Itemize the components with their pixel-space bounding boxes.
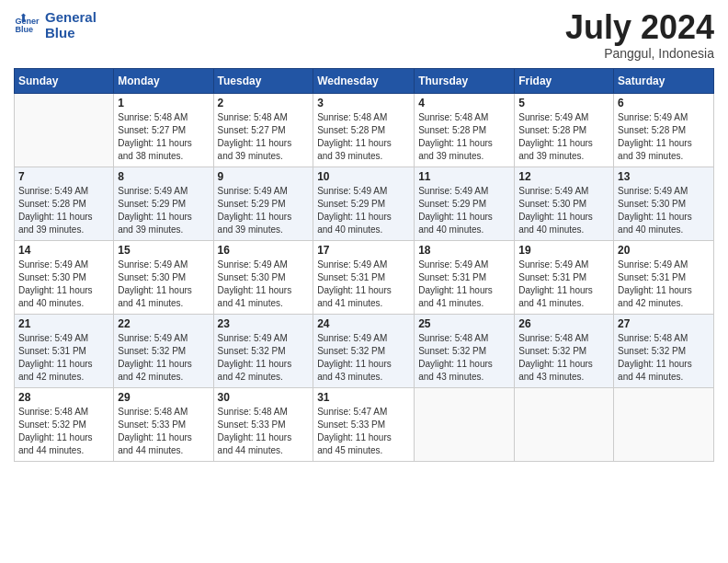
cell-info: Sunrise: 5:49 AM Sunset: 5:31 PM Dayligh…	[518, 259, 609, 310]
calendar-week-row: 1Sunrise: 5:48 AM Sunset: 5:27 PM Daylig…	[15, 93, 714, 167]
day-number: 12	[518, 170, 609, 183]
header-thursday: Thursday	[415, 68, 515, 93]
cell-info: Sunrise: 5:49 AM Sunset: 5:31 PM Dayligh…	[618, 259, 710, 310]
calendar-week-row: 28Sunrise: 5:48 AM Sunset: 5:32 PM Dayli…	[15, 387, 714, 461]
day-number: 6	[618, 97, 710, 109]
calendar-cell	[614, 387, 714, 461]
title-block: July 2024 Panggul, Indonesia	[565, 9, 714, 61]
day-number: 28	[18, 391, 109, 404]
day-number: 23	[218, 317, 310, 330]
calendar-header-row: SundayMondayTuesdayWednesdayThursdayFrid…	[15, 68, 714, 93]
calendar-cell: 5Sunrise: 5:49 AM Sunset: 5:28 PM Daylig…	[515, 93, 614, 167]
header-wednesday: Wednesday	[313, 68, 415, 93]
calendar-cell: 4Sunrise: 5:48 AM Sunset: 5:28 PM Daylig…	[415, 93, 515, 167]
cell-info: Sunrise: 5:49 AM Sunset: 5:32 PM Dayligh…	[218, 332, 310, 384]
day-number: 11	[418, 170, 510, 183]
day-number: 16	[218, 244, 310, 257]
cell-info: Sunrise: 5:49 AM Sunset: 5:31 PM Dayligh…	[317, 259, 410, 310]
day-number: 15	[118, 244, 209, 257]
cell-info: Sunrise: 5:49 AM Sunset: 5:29 PM Dayligh…	[218, 185, 310, 236]
day-number: 10	[317, 170, 410, 183]
day-number: 29	[118, 391, 209, 404]
logo-line2: Blue	[45, 25, 97, 40]
calendar-cell: 15Sunrise: 5:49 AM Sunset: 5:30 PM Dayli…	[114, 240, 213, 314]
calendar-cell: 28Sunrise: 5:48 AM Sunset: 5:32 PM Dayli…	[15, 387, 114, 461]
cell-info: Sunrise: 5:49 AM Sunset: 5:32 PM Dayligh…	[317, 332, 410, 384]
cell-info: Sunrise: 5:49 AM Sunset: 5:32 PM Dayligh…	[118, 332, 209, 384]
calendar-table: SundayMondayTuesdayWednesdayThursdayFrid…	[14, 68, 714, 462]
calendar-cell: 14Sunrise: 5:49 AM Sunset: 5:30 PM Dayli…	[15, 240, 114, 314]
day-number: 26	[518, 317, 609, 330]
calendar-cell: 13Sunrise: 5:49 AM Sunset: 5:30 PM Dayli…	[614, 167, 714, 240]
cell-info: Sunrise: 5:49 AM Sunset: 5:29 PM Dayligh…	[418, 185, 510, 236]
calendar-cell: 21Sunrise: 5:49 AM Sunset: 5:31 PM Dayli…	[15, 314, 114, 387]
cell-info: Sunrise: 5:48 AM Sunset: 5:28 PM Dayligh…	[418, 111, 510, 163]
calendar-cell	[415, 387, 515, 461]
cell-info: Sunrise: 5:49 AM Sunset: 5:31 PM Dayligh…	[418, 259, 510, 310]
day-number: 2	[218, 97, 310, 109]
calendar-cell: 26Sunrise: 5:48 AM Sunset: 5:32 PM Dayli…	[515, 314, 614, 387]
calendar-cell: 31Sunrise: 5:47 AM Sunset: 5:33 PM Dayli…	[313, 387, 415, 461]
day-number: 8	[118, 170, 209, 183]
calendar-cell: 3Sunrise: 5:48 AM Sunset: 5:28 PM Daylig…	[313, 93, 415, 167]
cell-info: Sunrise: 5:49 AM Sunset: 5:30 PM Dayligh…	[518, 185, 609, 236]
cell-info: Sunrise: 5:49 AM Sunset: 5:28 PM Dayligh…	[18, 185, 109, 236]
header-sunday: Sunday	[15, 68, 114, 93]
svg-text:General: General	[15, 17, 40, 26]
day-number: 13	[618, 170, 710, 183]
day-number: 9	[218, 170, 310, 183]
day-number: 20	[618, 244, 710, 257]
cell-info: Sunrise: 5:49 AM Sunset: 5:30 PM Dayligh…	[118, 259, 209, 310]
calendar-cell: 25Sunrise: 5:48 AM Sunset: 5:32 PM Dayli…	[415, 314, 515, 387]
calendar-cell: 30Sunrise: 5:48 AM Sunset: 5:33 PM Dayli…	[213, 387, 313, 461]
calendar-cell: 20Sunrise: 5:49 AM Sunset: 5:31 PM Dayli…	[614, 240, 714, 314]
day-number: 3	[317, 97, 410, 109]
cell-info: Sunrise: 5:49 AM Sunset: 5:28 PM Dayligh…	[518, 111, 609, 163]
header-tuesday: Tuesday	[213, 68, 313, 93]
calendar-cell: 1Sunrise: 5:48 AM Sunset: 5:27 PM Daylig…	[114, 93, 213, 167]
cell-info: Sunrise: 5:49 AM Sunset: 5:30 PM Dayligh…	[218, 259, 310, 310]
day-number: 25	[418, 317, 510, 330]
calendar-cell: 11Sunrise: 5:49 AM Sunset: 5:29 PM Dayli…	[415, 167, 515, 240]
logo-icon: General Blue	[14, 12, 40, 38]
cell-info: Sunrise: 5:48 AM Sunset: 5:33 PM Dayligh…	[218, 406, 310, 457]
day-number: 18	[418, 244, 510, 257]
month-year-title: July 2024	[565, 9, 714, 46]
day-number: 22	[118, 317, 209, 330]
day-number: 5	[518, 97, 609, 109]
cell-info: Sunrise: 5:48 AM Sunset: 5:27 PM Dayligh…	[218, 111, 310, 163]
cell-info: Sunrise: 5:49 AM Sunset: 5:28 PM Dayligh…	[618, 111, 710, 163]
cell-info: Sunrise: 5:49 AM Sunset: 5:31 PM Dayligh…	[18, 332, 109, 384]
calendar-cell: 6Sunrise: 5:49 AM Sunset: 5:28 PM Daylig…	[614, 93, 714, 167]
calendar-cell	[515, 387, 614, 461]
cell-info: Sunrise: 5:48 AM Sunset: 5:33 PM Dayligh…	[118, 406, 209, 457]
day-number: 31	[317, 391, 410, 404]
cell-info: Sunrise: 5:48 AM Sunset: 5:32 PM Dayligh…	[518, 332, 609, 384]
calendar-week-row: 14Sunrise: 5:49 AM Sunset: 5:30 PM Dayli…	[15, 240, 714, 314]
header-friday: Friday	[515, 68, 614, 93]
calendar-cell: 17Sunrise: 5:49 AM Sunset: 5:31 PM Dayli…	[313, 240, 415, 314]
location-subtitle: Panggul, Indonesia	[565, 46, 714, 61]
header-saturday: Saturday	[614, 68, 714, 93]
day-number: 1	[118, 97, 209, 109]
cell-info: Sunrise: 5:48 AM Sunset: 5:32 PM Dayligh…	[18, 406, 109, 457]
calendar-cell: 24Sunrise: 5:49 AM Sunset: 5:32 PM Dayli…	[313, 314, 415, 387]
day-number: 30	[218, 391, 310, 404]
calendar-cell: 22Sunrise: 5:49 AM Sunset: 5:32 PM Dayli…	[114, 314, 213, 387]
cell-info: Sunrise: 5:49 AM Sunset: 5:29 PM Dayligh…	[118, 185, 209, 236]
calendar-cell	[15, 93, 114, 167]
cell-info: Sunrise: 5:49 AM Sunset: 5:29 PM Dayligh…	[317, 185, 410, 236]
cell-info: Sunrise: 5:49 AM Sunset: 5:30 PM Dayligh…	[18, 259, 109, 310]
day-number: 27	[618, 317, 710, 330]
day-number: 19	[518, 244, 609, 257]
calendar-cell: 18Sunrise: 5:49 AM Sunset: 5:31 PM Dayli…	[415, 240, 515, 314]
calendar-cell: 19Sunrise: 5:49 AM Sunset: 5:31 PM Dayli…	[515, 240, 614, 314]
logo-line1: General	[45, 9, 97, 25]
day-number: 4	[418, 97, 510, 109]
cell-info: Sunrise: 5:48 AM Sunset: 5:28 PM Dayligh…	[317, 111, 410, 163]
day-number: 21	[18, 317, 109, 330]
calendar-week-row: 7Sunrise: 5:49 AM Sunset: 5:28 PM Daylig…	[15, 167, 714, 240]
cell-info: Sunrise: 5:48 AM Sunset: 5:32 PM Dayligh…	[618, 332, 710, 384]
cell-info: Sunrise: 5:47 AM Sunset: 5:33 PM Dayligh…	[317, 406, 410, 457]
calendar-cell: 23Sunrise: 5:49 AM Sunset: 5:32 PM Dayli…	[213, 314, 313, 387]
